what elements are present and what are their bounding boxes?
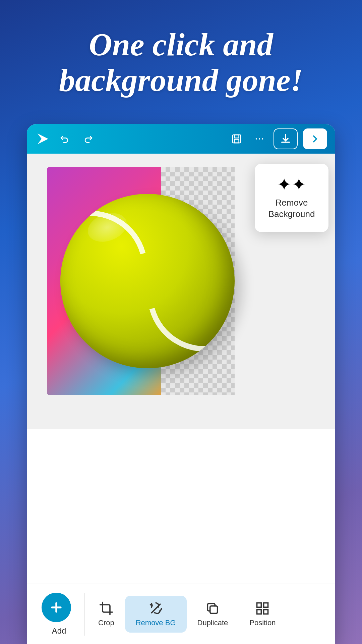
hero-section: One click and background gone! <box>0 0 362 111</box>
svg-rect-12 <box>257 609 261 614</box>
position-label: Position <box>249 619 276 627</box>
hero-title: One click and background gone! <box>0 0 362 111</box>
magic-wand-icon: ✦✦ <box>277 176 306 193</box>
remove-bg-tool[interactable]: Remove BG <box>125 596 187 633</box>
remove-bg-label: Remove BG <box>136 619 176 627</box>
svg-rect-2 <box>234 135 239 138</box>
share-button[interactable] <box>303 128 327 149</box>
add-label: Add <box>52 626 66 636</box>
tennis-ball <box>60 194 235 368</box>
svg-point-4 <box>256 138 257 140</box>
add-wrapper: Add <box>34 593 85 636</box>
remove-background-popup[interactable]: ✦✦ Remove Background <box>255 164 328 232</box>
svg-rect-13 <box>264 609 268 614</box>
app-logo <box>35 131 51 147</box>
add-button[interactable] <box>42 593 71 622</box>
image-container <box>47 167 235 395</box>
bottom-toolbar: Add Crop Remove BG Duplicate <box>27 584 335 644</box>
canvas-area: ✦✦ Remove Background <box>27 154 335 429</box>
undo-button[interactable] <box>56 130 74 148</box>
crop-tool[interactable]: Crop <box>87 596 125 633</box>
download-button[interactable] <box>274 128 298 149</box>
app-toolbar <box>27 124 335 154</box>
svg-rect-11 <box>264 603 268 607</box>
duplicate-tool[interactable]: Duplicate <box>187 596 239 633</box>
save-button[interactable] <box>228 130 245 148</box>
redo-button[interactable] <box>79 130 97 148</box>
duplicate-label: Duplicate <box>197 619 228 627</box>
remove-background-label: Remove Background <box>268 197 315 220</box>
position-tool[interactable]: Position <box>239 596 286 633</box>
svg-point-5 <box>259 138 260 140</box>
app-window: ✦✦ Remove Background Add Crop <box>27 124 335 644</box>
more-options-button[interactable] <box>251 130 268 148</box>
svg-rect-9 <box>210 606 218 613</box>
svg-point-6 <box>262 138 263 140</box>
svg-rect-10 <box>257 603 261 607</box>
svg-marker-0 <box>38 133 48 144</box>
svg-rect-3 <box>234 139 239 143</box>
crop-label: Crop <box>98 619 114 627</box>
